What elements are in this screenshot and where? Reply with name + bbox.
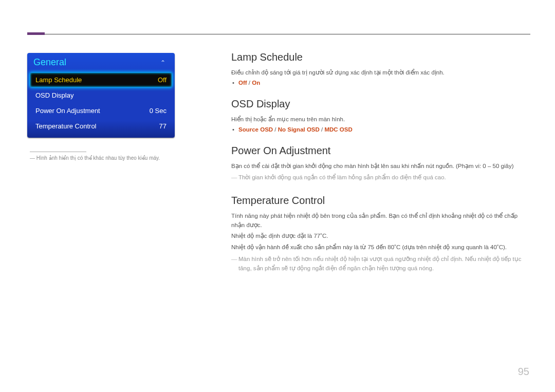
section-note: Màn hình sẽ trở nên tối hơn nếu nhiệt độ… — [231, 254, 527, 273]
option-source-osd: Source OSD — [238, 126, 273, 133]
osd-row-label: OSD Display — [35, 91, 73, 99]
osd-header: General ⌃ — [27, 53, 175, 73]
content-area: Lamp Schedule Điều chỉnh độ sáng tới giá… — [231, 51, 527, 273]
section-paragraph: Nhiệt độ vận hành đề xuất cho sản phẩm n… — [231, 243, 527, 252]
osd-row-value: 0 Sec — [150, 107, 166, 115]
section-note: Thời gian khởi động quá ngắn có thể làm … — [231, 173, 527, 182]
osd-row-power-on-adjustment[interactable]: Power On Adjustment 0 Sec — [30, 104, 172, 118]
option-on: On — [252, 80, 260, 86]
section-lamp-schedule: Lamp Schedule Điều chỉnh độ sáng tới giá… — [231, 51, 527, 86]
section-description: Bạn có thể cài đặt thời gian khởi động c… — [231, 162, 527, 171]
section-power-on-adjustment: Power On Adjustment Bạn có thể cài đặt t… — [231, 145, 527, 182]
option-no-signal-osd: No Signal OSD — [278, 126, 320, 133]
disclaimer-text: Hình ảnh hiển thị có thể khác nhau tùy t… — [30, 155, 184, 161]
section-heading: Lamp Schedule — [231, 51, 527, 63]
osd-row-label: Power On Adjustment — [35, 107, 100, 115]
osd-row-label: Temperature Control — [35, 122, 97, 130]
section-paragraph: Nhiệt độ mặc định được đặt là 77˚C. — [231, 232, 527, 241]
chevron-up-icon[interactable]: ⌃ — [160, 59, 169, 66]
section-heading: Temperature Control — [231, 195, 527, 207]
header-accent — [27, 32, 45, 35]
section-temperature-control: Temperature Control Tính năng này phát h… — [231, 195, 527, 273]
section-description: Hiển thị hoặc ẩn mục menu trên màn hình. — [231, 115, 527, 124]
osd-row-value: Off — [158, 76, 166, 84]
option-off: Off — [238, 80, 247, 86]
section-osd-display: OSD Display Hiển thị hoặc ẩn mục menu tr… — [231, 98, 527, 133]
option-list: Off / On — [231, 80, 527, 86]
page-number: 95 — [518, 366, 529, 378]
section-heading: Power On Adjustment — [231, 145, 527, 157]
section-paragraph: Tính năng này phát hiện nhiệt độ bên tro… — [231, 212, 527, 230]
section-heading: OSD Display — [231, 98, 527, 110]
section-description: Điều chỉnh độ sáng tới giá trị người sử … — [231, 68, 527, 78]
option-mdc-osd: MDC OSD — [324, 126, 352, 133]
osd-disclaimer: Hình ảnh hiển thị có thể khác nhau tùy t… — [30, 152, 184, 161]
osd-row-value: 77 — [159, 122, 166, 130]
osd-row-temperature-control[interactable]: Temperature Control 77 — [30, 119, 172, 133]
osd-row-lamp-schedule[interactable]: Lamp Schedule Off — [30, 73, 172, 87]
osd-row-osd-display[interactable]: OSD Display — [30, 88, 172, 102]
osd-title: General — [33, 57, 66, 68]
header-rule — [27, 34, 530, 34]
osd-row-label: Lamp Schedule — [35, 76, 82, 84]
osd-panel: General ⌃ Lamp Schedule Off OSD Display … — [27, 53, 175, 138]
option-list: Source OSD / No Signal OSD / MDC OSD — [231, 126, 527, 133]
